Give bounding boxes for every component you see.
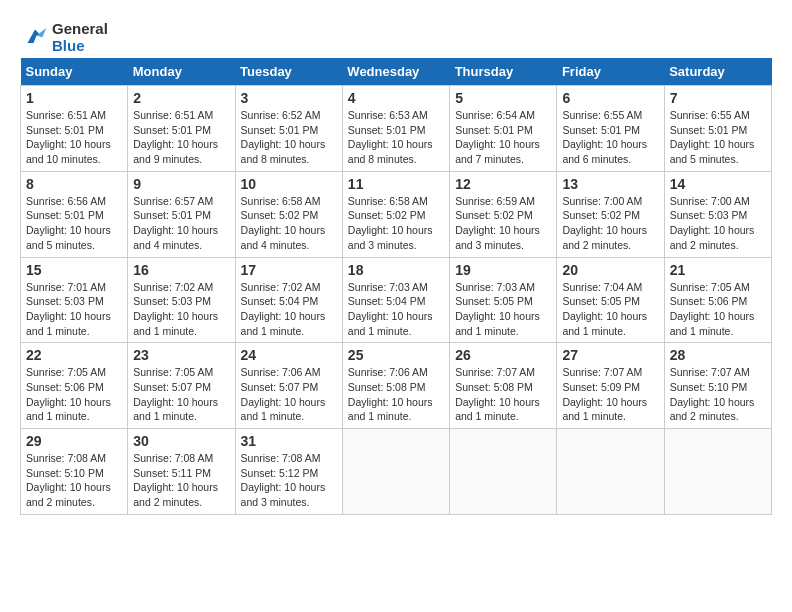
day-number: 23 <box>133 347 229 363</box>
logo-text: General Blue <box>52 20 108 54</box>
day-number: 2 <box>133 90 229 106</box>
week-row-5: 29 Sunrise: 7:08 AM Sunset: 5:10 PM Dayl… <box>21 429 772 515</box>
day-cell-16: 16 Sunrise: 7:02 AM Sunset: 5:03 PM Dayl… <box>128 257 235 343</box>
day-number: 30 <box>133 433 229 449</box>
day-cell-10: 10 Sunrise: 6:58 AM Sunset: 5:02 PM Dayl… <box>235 171 342 257</box>
day-info: Sunrise: 7:06 AM Sunset: 5:07 PM Dayligh… <box>241 365 337 424</box>
empty-cell <box>664 429 771 515</box>
day-number: 19 <box>455 262 551 278</box>
day-number: 1 <box>26 90 122 106</box>
day-number: 10 <box>241 176 337 192</box>
day-number: 9 <box>133 176 229 192</box>
day-number: 24 <box>241 347 337 363</box>
day-info: Sunrise: 6:54 AM Sunset: 5:01 PM Dayligh… <box>455 108 551 167</box>
day-info: Sunrise: 7:05 AM Sunset: 5:07 PM Dayligh… <box>133 365 229 424</box>
page-header: General Blue <box>20 20 772 54</box>
day-cell-5: 5 Sunrise: 6:54 AM Sunset: 5:01 PM Dayli… <box>450 86 557 172</box>
empty-cell <box>557 429 664 515</box>
day-info: Sunrise: 6:55 AM Sunset: 5:01 PM Dayligh… <box>562 108 658 167</box>
day-number: 29 <box>26 433 122 449</box>
day-cell-9: 9 Sunrise: 6:57 AM Sunset: 5:01 PM Dayli… <box>128 171 235 257</box>
day-cell-6: 6 Sunrise: 6:55 AM Sunset: 5:01 PM Dayli… <box>557 86 664 172</box>
day-info: Sunrise: 6:52 AM Sunset: 5:01 PM Dayligh… <box>241 108 337 167</box>
day-cell-27: 27 Sunrise: 7:07 AM Sunset: 5:09 PM Dayl… <box>557 343 664 429</box>
day-cell-23: 23 Sunrise: 7:05 AM Sunset: 5:07 PM Dayl… <box>128 343 235 429</box>
day-cell-19: 19 Sunrise: 7:03 AM Sunset: 5:05 PM Dayl… <box>450 257 557 343</box>
day-cell-7: 7 Sunrise: 6:55 AM Sunset: 5:01 PM Dayli… <box>664 86 771 172</box>
column-header-tuesday: Tuesday <box>235 58 342 86</box>
column-header-thursday: Thursday <box>450 58 557 86</box>
logo-icon <box>20 22 50 52</box>
day-info: Sunrise: 7:07 AM Sunset: 5:08 PM Dayligh… <box>455 365 551 424</box>
day-cell-8: 8 Sunrise: 6:56 AM Sunset: 5:01 PM Dayli… <box>21 171 128 257</box>
day-number: 27 <box>562 347 658 363</box>
day-info: Sunrise: 6:57 AM Sunset: 5:01 PM Dayligh… <box>133 194 229 253</box>
day-info: Sunrise: 7:00 AM Sunset: 5:03 PM Dayligh… <box>670 194 766 253</box>
column-header-sunday: Sunday <box>21 58 128 86</box>
day-number: 25 <box>348 347 444 363</box>
day-info: Sunrise: 6:58 AM Sunset: 5:02 PM Dayligh… <box>348 194 444 253</box>
day-number: 28 <box>670 347 766 363</box>
day-cell-21: 21 Sunrise: 7:05 AM Sunset: 5:06 PM Dayl… <box>664 257 771 343</box>
day-cell-15: 15 Sunrise: 7:01 AM Sunset: 5:03 PM Dayl… <box>21 257 128 343</box>
day-info: Sunrise: 6:51 AM Sunset: 5:01 PM Dayligh… <box>133 108 229 167</box>
day-info: Sunrise: 7:02 AM Sunset: 5:03 PM Dayligh… <box>133 280 229 339</box>
day-cell-18: 18 Sunrise: 7:03 AM Sunset: 5:04 PM Dayl… <box>342 257 449 343</box>
day-info: Sunrise: 7:07 AM Sunset: 5:10 PM Dayligh… <box>670 365 766 424</box>
week-row-2: 8 Sunrise: 6:56 AM Sunset: 5:01 PM Dayli… <box>21 171 772 257</box>
day-number: 15 <box>26 262 122 278</box>
day-cell-3: 3 Sunrise: 6:52 AM Sunset: 5:01 PM Dayli… <box>235 86 342 172</box>
week-row-4: 22 Sunrise: 7:05 AM Sunset: 5:06 PM Dayl… <box>21 343 772 429</box>
calendar-table: SundayMondayTuesdayWednesdayThursdayFrid… <box>20 58 772 515</box>
day-info: Sunrise: 7:03 AM Sunset: 5:05 PM Dayligh… <box>455 280 551 339</box>
day-number: 12 <box>455 176 551 192</box>
day-cell-12: 12 Sunrise: 6:59 AM Sunset: 5:02 PM Dayl… <box>450 171 557 257</box>
day-number: 16 <box>133 262 229 278</box>
day-cell-30: 30 Sunrise: 7:08 AM Sunset: 5:11 PM Dayl… <box>128 429 235 515</box>
day-number: 22 <box>26 347 122 363</box>
column-header-friday: Friday <box>557 58 664 86</box>
day-cell-22: 22 Sunrise: 7:05 AM Sunset: 5:06 PM Dayl… <box>21 343 128 429</box>
day-info: Sunrise: 6:56 AM Sunset: 5:01 PM Dayligh… <box>26 194 122 253</box>
day-cell-14: 14 Sunrise: 7:00 AM Sunset: 5:03 PM Dayl… <box>664 171 771 257</box>
day-info: Sunrise: 7:01 AM Sunset: 5:03 PM Dayligh… <box>26 280 122 339</box>
week-row-3: 15 Sunrise: 7:01 AM Sunset: 5:03 PM Dayl… <box>21 257 772 343</box>
day-cell-31: 31 Sunrise: 7:08 AM Sunset: 5:12 PM Dayl… <box>235 429 342 515</box>
day-info: Sunrise: 7:05 AM Sunset: 5:06 PM Dayligh… <box>26 365 122 424</box>
day-info: Sunrise: 6:53 AM Sunset: 5:01 PM Dayligh… <box>348 108 444 167</box>
column-header-monday: Monday <box>128 58 235 86</box>
day-number: 11 <box>348 176 444 192</box>
day-info: Sunrise: 7:07 AM Sunset: 5:09 PM Dayligh… <box>562 365 658 424</box>
empty-cell <box>450 429 557 515</box>
column-header-saturday: Saturday <box>664 58 771 86</box>
day-number: 6 <box>562 90 658 106</box>
day-number: 18 <box>348 262 444 278</box>
day-cell-28: 28 Sunrise: 7:07 AM Sunset: 5:10 PM Dayl… <box>664 343 771 429</box>
day-info: Sunrise: 7:05 AM Sunset: 5:06 PM Dayligh… <box>670 280 766 339</box>
day-cell-25: 25 Sunrise: 7:06 AM Sunset: 5:08 PM Dayl… <box>342 343 449 429</box>
day-number: 7 <box>670 90 766 106</box>
day-cell-13: 13 Sunrise: 7:00 AM Sunset: 5:02 PM Dayl… <box>557 171 664 257</box>
day-info: Sunrise: 6:59 AM Sunset: 5:02 PM Dayligh… <box>455 194 551 253</box>
day-number: 13 <box>562 176 658 192</box>
day-number: 4 <box>348 90 444 106</box>
day-cell-4: 4 Sunrise: 6:53 AM Sunset: 5:01 PM Dayli… <box>342 86 449 172</box>
logo: General Blue <box>20 20 108 54</box>
day-number: 17 <box>241 262 337 278</box>
day-cell-24: 24 Sunrise: 7:06 AM Sunset: 5:07 PM Dayl… <box>235 343 342 429</box>
day-cell-26: 26 Sunrise: 7:07 AM Sunset: 5:08 PM Dayl… <box>450 343 557 429</box>
day-cell-29: 29 Sunrise: 7:08 AM Sunset: 5:10 PM Dayl… <box>21 429 128 515</box>
day-info: Sunrise: 7:03 AM Sunset: 5:04 PM Dayligh… <box>348 280 444 339</box>
day-info: Sunrise: 7:08 AM Sunset: 5:11 PM Dayligh… <box>133 451 229 510</box>
header-row: SundayMondayTuesdayWednesdayThursdayFrid… <box>21 58 772 86</box>
day-number: 21 <box>670 262 766 278</box>
day-info: Sunrise: 7:00 AM Sunset: 5:02 PM Dayligh… <box>562 194 658 253</box>
day-cell-1: 1 Sunrise: 6:51 AM Sunset: 5:01 PM Dayli… <box>21 86 128 172</box>
day-info: Sunrise: 6:55 AM Sunset: 5:01 PM Dayligh… <box>670 108 766 167</box>
day-info: Sunrise: 7:02 AM Sunset: 5:04 PM Dayligh… <box>241 280 337 339</box>
day-number: 20 <box>562 262 658 278</box>
day-info: Sunrise: 7:04 AM Sunset: 5:05 PM Dayligh… <box>562 280 658 339</box>
day-info: Sunrise: 7:08 AM Sunset: 5:10 PM Dayligh… <box>26 451 122 510</box>
day-cell-11: 11 Sunrise: 6:58 AM Sunset: 5:02 PM Dayl… <box>342 171 449 257</box>
day-number: 5 <box>455 90 551 106</box>
